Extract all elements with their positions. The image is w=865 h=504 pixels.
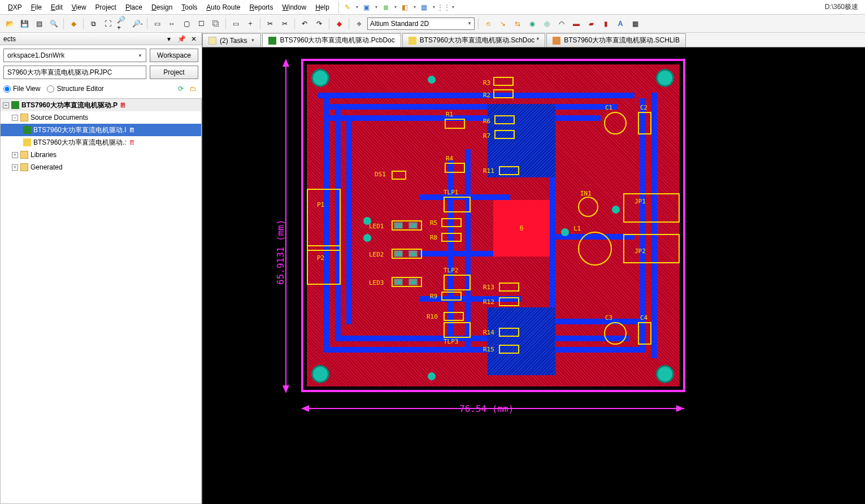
dropdown-icon[interactable]: ▾	[355, 2, 359, 12]
workspace-combo[interactable]: orkspace1.DsnWrk ▼	[3, 49, 146, 62]
menu-edit[interactable]: Edit	[46, 2, 67, 12]
comp-c2[interactable]	[638, 112, 651, 134]
project-button[interactable]: Project	[150, 66, 198, 79]
menu-dxp[interactable]: DXP	[3, 2, 27, 12]
tab-tasks[interactable]: (2) Tasks ▼	[202, 33, 261, 47]
menu-place[interactable]: Place	[121, 2, 147, 12]
color-icon[interactable]: ◆	[333, 18, 345, 30]
collapse-icon[interactable]: −	[12, 115, 18, 121]
stack-icon[interactable]: ≣	[381, 2, 391, 12]
comp-c4[interactable]	[638, 322, 651, 345]
via2-icon[interactable]: ◎	[541, 18, 553, 30]
comp-r15[interactable]	[499, 345, 519, 354]
arc-icon[interactable]: ◠	[555, 18, 568, 30]
comp-r4[interactable]	[445, 163, 465, 173]
tree-doc-pcb[interactable]: BTS7960大功率直流电机驱动.I 🖹	[1, 124, 201, 136]
comp-r1[interactable]	[445, 119, 465, 129]
array-icon[interactable]: ▦	[629, 18, 641, 30]
poly-icon[interactable]: ▰	[585, 18, 597, 30]
open-icon[interactable]: 📂	[3, 18, 16, 30]
dropdown-icon[interactable]: ▾	[451, 2, 455, 12]
redo-icon[interactable]: ↷	[313, 18, 325, 30]
project-combo[interactable]: S7960大功率直流电机驱动.PRJPC	[3, 66, 146, 79]
comp-r11[interactable]	[499, 166, 519, 175]
cut2-icon[interactable]: ✂	[279, 18, 291, 30]
comp-r3[interactable]	[493, 77, 514, 86]
menu-view[interactable]: View	[67, 2, 91, 12]
comp-p2[interactable]	[307, 245, 341, 285]
structure-editor-radio[interactable]: Structure Editor	[47, 85, 103, 93]
copy-icon[interactable]: ⿻	[210, 18, 222, 30]
comp-jp2[interactable]	[623, 234, 680, 263]
expand-icon[interactable]: +	[12, 152, 18, 158]
pencil-icon[interactable]: ✎	[342, 2, 353, 12]
comp-p1[interactable]	[307, 189, 341, 251]
zoom-window-icon[interactable]: ⧉	[87, 18, 99, 30]
comp-u6[interactable]: 6	[493, 200, 550, 257]
chevron-down-icon[interactable]: ▾	[164, 34, 173, 44]
rect-icon[interactable]: ▭	[229, 18, 242, 30]
comp-r8[interactable]	[441, 233, 462, 242]
zoom-in-icon[interactable]: 🔎+	[116, 18, 129, 30]
refresh-icon[interactable]: ⟳	[176, 84, 186, 94]
via-icon[interactable]: ◉	[526, 18, 538, 30]
clear-icon[interactable]: ☐	[195, 18, 207, 30]
menu-file[interactable]: File	[27, 2, 46, 12]
tree-root[interactable]: − BTS7960大功率直流电机驱动.P 🖹	[1, 99, 201, 111]
menu-design[interactable]: Design	[147, 2, 177, 12]
menu-tools[interactable]: Tools	[177, 2, 202, 12]
expand-icon[interactable]: +	[12, 164, 18, 171]
comp-l1[interactable]	[578, 232, 612, 266]
undo-icon[interactable]: ↶	[298, 18, 311, 30]
dropdown-icon[interactable]: ▾	[374, 2, 379, 12]
comp-jp1[interactable]	[623, 193, 680, 223]
comp-c1[interactable]	[604, 112, 627, 134]
close-icon[interactable]: ✕	[189, 34, 198, 44]
comp-in1[interactable]	[578, 197, 598, 217]
zoom-out-icon[interactable]: 🔎-	[131, 18, 144, 30]
comp-r12[interactable]	[499, 297, 519, 306]
pin-icon[interactable]: 📌	[177, 34, 186, 44]
region-icon[interactable]: ▮	[599, 18, 612, 30]
cut-icon[interactable]: ✂	[264, 18, 276, 30]
move-icon[interactable]: ↔	[166, 18, 178, 30]
dropdown-icon[interactable]: ▾	[393, 2, 398, 12]
tree-doc-sch[interactable]: BTS7960大功率直流电机驱动.: 🖹	[1, 136, 201, 149]
pcb-canvas[interactable]: 65.9131 (mm) 76.54 (mm)	[202, 47, 865, 504]
layers-icon[interactable]: ◆	[67, 18, 80, 30]
comp-r13[interactable]	[499, 283, 519, 292]
zoom-fit-icon[interactable]: ⛶	[102, 18, 114, 30]
route-icon[interactable]: ⎋	[482, 18, 494, 30]
save-icon[interactable]: ▣	[362, 2, 372, 12]
select-icon[interactable]: ▭	[151, 18, 163, 30]
comp-tlp1[interactable]	[444, 197, 471, 212]
save2-icon[interactable]: ▤	[33, 18, 45, 30]
tab-pcb[interactable]: BTS7960大功率直流电机驱动.PcbDoc	[262, 33, 401, 47]
comp-r10[interactable]	[444, 312, 464, 321]
tab-sch[interactable]: BTS7960大功率直流电机驱动.SchDoc *	[402, 33, 545, 47]
menu-reports[interactable]: Reports	[245, 2, 277, 12]
dropdown-icon[interactable]: ▾	[412, 2, 417, 12]
dropdown-icon[interactable]: ▾	[432, 2, 436, 12]
comp-r2[interactable]	[493, 89, 514, 98]
save-icon[interactable]: 💾	[18, 18, 31, 30]
route3-icon[interactable]: ⇆	[511, 18, 524, 30]
dots-icon[interactable]: ⋮⋮	[438, 2, 449, 12]
comp-r5[interactable]	[441, 218, 462, 227]
comp-c3[interactable]	[604, 322, 627, 345]
comp-tlp3[interactable]	[444, 322, 471, 338]
comp-r6[interactable]	[494, 115, 515, 124]
menu-window[interactable]: Window	[277, 2, 311, 12]
workspace-button[interactable]: Workspace	[150, 49, 198, 62]
comp-r9[interactable]	[441, 292, 462, 301]
comp-r7[interactable]	[494, 130, 515, 139]
collapse-icon[interactable]: −	[3, 102, 9, 108]
text-icon[interactable]: A	[614, 18, 627, 30]
layer-icon[interactable]: ◧	[400, 2, 410, 12]
tree-source-documents[interactable]: − Source Documents	[1, 111, 201, 124]
route2-icon[interactable]: ↘	[497, 18, 509, 30]
file-view-radio[interactable]: File View	[3, 85, 40, 93]
plus-icon[interactable]: ＋	[244, 18, 257, 30]
menu-autoroute[interactable]: Auto Route	[202, 2, 245, 12]
deselect-icon[interactable]: ▢	[180, 18, 193, 30]
